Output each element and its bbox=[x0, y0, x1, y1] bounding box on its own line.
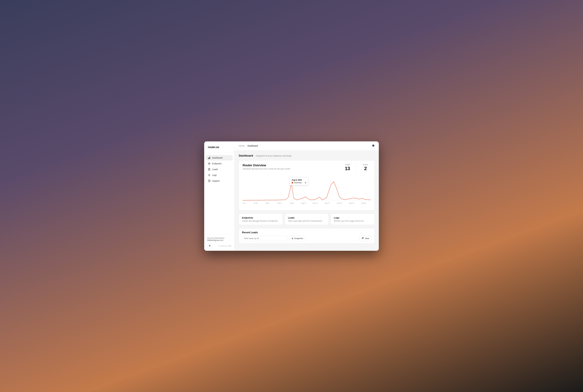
app-logo: router.so bbox=[204, 142, 234, 153]
quick-card-leads[interactable]: Leads View Lead data and Form Submission… bbox=[285, 214, 329, 225]
svg-rect-2 bbox=[210, 157, 210, 159]
chart-wrapper: Jul 27 Jul 30 Aug 2 Aug 5 Aug 8 Aug 11 A… bbox=[243, 173, 371, 207]
quick-card-title: Endpoints bbox=[242, 216, 280, 219]
recent-leads-section: Recent Leads ⊕ Endpoints bbox=[239, 228, 375, 244]
svg-text:Jul 27: Jul 27 bbox=[243, 202, 246, 204]
quick-card-desc: Monitor your API usage and errors bbox=[334, 220, 371, 222]
breadcrumb-current: Dashboard bbox=[247, 144, 258, 147]
svg-text:Aug 8: Aug 8 bbox=[290, 202, 294, 204]
theme-toggle-button[interactable]: ☀ bbox=[207, 244, 212, 248]
errors-stat-label: Errors bbox=[360, 164, 371, 166]
sidebar-item-dashboard[interactable]: Dashboard bbox=[206, 155, 233, 160]
svg-point-8 bbox=[209, 175, 210, 176]
overview-title-group: Router Overview Showing total lead and e… bbox=[243, 164, 290, 170]
svg-text:Aug 20: Aug 20 bbox=[337, 202, 342, 204]
file-text-icon bbox=[208, 168, 211, 171]
layers-icon bbox=[208, 162, 211, 165]
quick-card-endpoints[interactable]: Endpoints Create and Manage Router.so En… bbox=[239, 214, 283, 225]
svg-text:Aug 11: Aug 11 bbox=[301, 202, 306, 204]
sidebar-item-logs[interactable]: Logs bbox=[206, 172, 233, 178]
sidebar-footer: Account Information 9d8dev@gmail.com ☀ ©… bbox=[204, 234, 234, 251]
quick-card-title: Logs bbox=[334, 216, 371, 219]
errors-stat-value: 2 bbox=[360, 166, 371, 171]
svg-point-17 bbox=[290, 181, 292, 182]
sidebar-item-leads[interactable]: Leads bbox=[206, 166, 233, 172]
account-email: 9d8dev@gmail.com bbox=[207, 239, 231, 241]
bar-chart-icon bbox=[208, 156, 211, 159]
account-label: Account Information bbox=[207, 237, 231, 239]
endpoints-filter-button[interactable]: ⊕ Endpoints bbox=[289, 236, 305, 241]
page-title: Dashboard bbox=[239, 154, 253, 157]
plus-circle-icon: ⊕ bbox=[292, 237, 293, 240]
svg-text:Aug 17: Aug 17 bbox=[325, 202, 330, 204]
sun-icon: ☀ bbox=[209, 244, 211, 247]
quick-links-grid: Endpoints Create and Manage Router.so En… bbox=[239, 214, 375, 225]
chart-container: Jul 27 Jul 30 Aug 2 Aug 5 Aug 8 Aug 11 A… bbox=[239, 173, 374, 210]
footer-bottom: ☀ © router.so, 2024 bbox=[207, 244, 231, 248]
svg-rect-0 bbox=[208, 158, 209, 159]
sidebar: router.so Dashboard bbox=[204, 142, 235, 251]
stats-divider bbox=[356, 164, 357, 171]
breadcrumb: Home › Dashboard bbox=[239, 144, 258, 147]
leads-stat: Leads 13 bbox=[342, 164, 353, 171]
sidebar-nav: Dashboard Endpoints bbox=[204, 153, 234, 234]
svg-text:Aug 26: Aug 26 bbox=[361, 202, 366, 204]
overview-card: Router Overview Showing total lead and e… bbox=[239, 160, 375, 210]
recent-leads-title: Recent Leads bbox=[242, 231, 371, 234]
svg-text:Aug 23: Aug 23 bbox=[349, 202, 354, 204]
asterisk-icon: ✳ bbox=[372, 144, 375, 148]
sidebar-item-label: Logs bbox=[212, 174, 217, 176]
view-button[interactable]: View bbox=[360, 236, 371, 241]
quick-card-logs[interactable]: Logs Monitor your API usage and errors bbox=[331, 214, 375, 225]
overview-title: Router Overview bbox=[243, 164, 290, 167]
topbar: Home › Dashboard ✳ bbox=[235, 142, 379, 150]
recent-leads-header: Recent Leads ⊕ Endpoints bbox=[239, 228, 374, 243]
svg-text:Aug 14: Aug 14 bbox=[313, 202, 318, 204]
stats-row: Leads 13 Errors 2 bbox=[342, 164, 371, 171]
svg-text:Aug 5: Aug 5 bbox=[278, 202, 282, 204]
sidebar-item-support[interactable]: Support bbox=[206, 178, 233, 184]
svg-rect-1 bbox=[209, 157, 209, 159]
quick-card-desc: Create and Manage Router.so Endpoints bbox=[242, 220, 280, 222]
main-content: Home › Dashboard ✳ Dashboard : Snapshot … bbox=[235, 142, 379, 251]
sidebar-item-label: Leads bbox=[212, 168, 218, 170]
errors-stat: Errors 2 bbox=[360, 164, 371, 171]
leads-stat-label: Leads bbox=[342, 164, 353, 166]
page-subtitle: : Snapshot of your endpoints and leads bbox=[255, 154, 291, 157]
overview-description: Showing total lead and error counts for … bbox=[243, 168, 290, 170]
svg-marker-3 bbox=[208, 163, 210, 164]
view-btn-label: View bbox=[365, 237, 369, 240]
sidebar-item-label: Endpoints bbox=[212, 162, 221, 165]
help-circle-icon bbox=[208, 180, 211, 182]
sidebar-item-endpoints[interactable]: Endpoints bbox=[206, 161, 233, 166]
endpoints-btn-label: Endpoints bbox=[294, 237, 303, 240]
view-icon bbox=[362, 237, 364, 240]
leads-toolbar: ⊕ Endpoints View bbox=[242, 236, 371, 241]
app-window: router.so Dashboard bbox=[204, 142, 379, 251]
sidebar-item-label: Dashboard bbox=[212, 156, 223, 159]
quick-card-desc: View Lead data and Form Submissions bbox=[288, 220, 326, 222]
page-title-row: Dashboard : Snapshot of your endpoints a… bbox=[239, 154, 375, 157]
filter-leads-input[interactable] bbox=[242, 236, 288, 241]
svg-point-10 bbox=[209, 181, 209, 182]
content-area: Dashboard : Snapshot of your endpoints a… bbox=[235, 150, 379, 251]
chart-svg: Jul 27 Jul 30 Aug 2 Aug 5 Aug 8 Aug 11 A… bbox=[243, 173, 371, 207]
quick-card-title: Leads bbox=[288, 216, 326, 219]
settings-icon bbox=[208, 174, 211, 176]
leads-stat-value: 13 bbox=[342, 166, 353, 171]
account-info: Account Information 9d8dev@gmail.com bbox=[207, 237, 231, 241]
overview-header: Router Overview Showing total lead and e… bbox=[239, 160, 374, 173]
svg-text:Jul 30: Jul 30 bbox=[253, 202, 258, 204]
breadcrumb-home[interactable]: Home bbox=[239, 144, 244, 147]
breadcrumb-separator: › bbox=[246, 145, 246, 147]
copyright-text: © router.so, 2024 bbox=[218, 245, 231, 247]
sidebar-item-label: Support bbox=[212, 180, 220, 182]
svg-text:Aug 2: Aug 2 bbox=[266, 202, 270, 204]
